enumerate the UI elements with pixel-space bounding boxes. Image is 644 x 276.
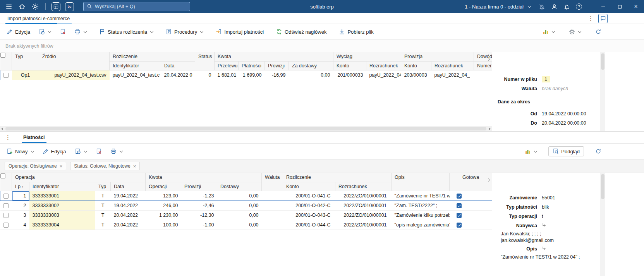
cell-dostawy[interactable]: 0,00 [217, 220, 262, 230]
col-numer[interactable]: Numer [474, 61, 492, 70]
cell-typ[interactable]: T [95, 201, 111, 210]
scrollbar-thumb[interactable] [5, 127, 486, 130]
row-checkbox[interactable] [3, 73, 9, 78]
col-lp[interactable]: Lp↑ [12, 182, 29, 191]
col-opis[interactable]: Opis [392, 173, 450, 191]
cell-status[interactable]: 0 [195, 70, 215, 80]
chart-view-button[interactable] [540, 27, 558, 37]
close-icon[interactable]: × [133, 164, 136, 169]
cell-numer[interactable] [474, 70, 492, 80]
cell-lp[interactable]: 3 [12, 210, 29, 220]
col-identyfikator[interactable]: Identyfikator [110, 61, 161, 70]
cell-typ[interactable]: T [95, 220, 111, 230]
col-typ[interactable]: Typ [95, 182, 111, 191]
cell-data[interactable]: 20.04.2022 [111, 210, 146, 220]
cell-data[interactable]: 20.04.2022 0 [161, 70, 195, 80]
col-platnosci[interactable]: Płatności [239, 61, 265, 70]
tab-import-platnosci[interactable]: Import płatności e-commerce [5, 13, 72, 24]
cell-operacji[interactable]: 246,00 [146, 201, 181, 210]
print-button[interactable] [108, 146, 125, 156]
row-checkbox[interactable] [3, 194, 9, 199]
filter-chip-status[interactable]: Status: Gotowe, Niegotowe × [70, 162, 140, 170]
col-prowizji[interactable]: Prowizji [265, 61, 289, 70]
cell-waluta[interactable] [262, 210, 283, 220]
col-dostawy[interactable]: Dostawy [217, 182, 262, 191]
cell-data[interactable]: 19.04.2022 [111, 191, 146, 201]
cell-prowizji[interactable]: -12,30 [181, 210, 217, 220]
row-checkbox[interactable] [3, 203, 9, 208]
cell-prowizja-konto[interactable]: 203/00003 [401, 70, 431, 80]
payment-row[interactable]: 4 3333333004 T 20.04.2022 100,00 -1,00 0… [0, 220, 492, 230]
edit-button[interactable]: Edycja [40, 146, 69, 156]
settings-button[interactable] [566, 27, 584, 37]
cell-prowizji[interactable]: -1,00 [181, 220, 217, 230]
cell-waluta[interactable] [262, 191, 283, 201]
cell-identyfikator[interactable]: 3333333004 [29, 220, 95, 230]
cell-konto[interactable]: 200/01-O-042-C [283, 201, 335, 210]
proc​edures-button[interactable]: Procedury [163, 27, 206, 37]
cell-za-dostawy[interactable]: 0,00 [289, 70, 333, 80]
cell-dostawy[interactable]: 0,00 [217, 210, 262, 220]
refresh-grid-button[interactable] [592, 146, 604, 156]
edit-button[interactable]: Edycja [4, 27, 33, 37]
cell-wyciag-konto[interactable]: 201/000033 [333, 70, 366, 80]
cell-typ[interactable]: Op1 [12, 70, 39, 80]
col-rozrachunek[interactable]: Rozrachunek [335, 182, 392, 191]
cell-identyfikator[interactable]: payU_2022_04_test.c [110, 70, 161, 80]
col-prowizja-konto[interactable]: Konto [401, 61, 431, 70]
cell-gotowa[interactable] [450, 220, 492, 230]
tab-platnosci[interactable]: Płatności [22, 132, 46, 143]
col-przelewu[interactable]: Przelewu [215, 61, 239, 70]
colgroup-kwota[interactable]: Kwota [146, 173, 262, 182]
cell-identyfikator[interactable]: 3333333002 [29, 201, 95, 210]
window-close-button[interactable]: ✕ [628, 0, 644, 13]
cell-dostawy[interactable]: 0,00 [217, 201, 262, 210]
gotowa-checkbox[interactable] [457, 194, 462, 199]
home-icon[interactable] [16, 1, 28, 12]
cell-identyfikator[interactable]: 3333333001 [29, 191, 95, 201]
cell-gotowa[interactable] [450, 210, 492, 220]
cell-dostawy[interactable]: 0,00 [217, 191, 262, 201]
cell-prowizji[interactable]: -16,99 [265, 70, 289, 80]
app-module-icon-1[interactable] [52, 2, 60, 11]
import-payments-button[interactable]: Importuj płatności [213, 27, 266, 37]
hamburger-menu-icon[interactable] [3, 1, 15, 12]
document-info-button[interactable] [36, 27, 54, 37]
col-data[interactable]: Data [111, 182, 146, 191]
cell-opis[interactable]: "Zam. TEST/2222" ; [392, 201, 450, 210]
user-profile-icon[interactable] [548, 1, 560, 12]
cell-prowizji[interactable]: -1,23 [181, 191, 217, 201]
cell-wyciag-rozrachunek[interactable]: payU_2022_04 [366, 70, 401, 80]
refresh-header-button[interactable]: Odśwież nagłówek [273, 27, 329, 37]
expand-arrow-icon[interactable] [542, 246, 546, 252]
scrollbar-thumb[interactable] [601, 53, 605, 70]
col-za-dostawy[interactable]: Za dostawy [289, 61, 333, 70]
cell-typ[interactable]: T [95, 210, 111, 220]
colgroup-kwota[interactable]: Kwota [215, 52, 333, 61]
cell-lp[interactable]: 2 [12, 201, 29, 210]
cell-opis[interactable]: "opis małego zamówienia" ; [392, 220, 450, 230]
bell-icon[interactable] [560, 1, 573, 12]
gotowa-checkbox[interactable] [457, 203, 462, 208]
gotowa-checkbox[interactable] [457, 223, 462, 228]
cell-konto[interactable]: 200/01-O-041-C [283, 191, 335, 201]
cell-platnosci[interactable]: 1 699,00 [239, 70, 265, 80]
help-icon[interactable]: ? [573, 1, 585, 12]
vertical-scrollbar[interactable] [600, 52, 605, 131]
download-file-button[interactable]: Pobierz plik [336, 27, 376, 37]
more-options-icon[interactable]: ⋮ [588, 15, 594, 21]
col-gotowa[interactable]: Gotowa [450, 173, 492, 191]
cell-opis[interactable]: "Zamówienie nr TEST/1 w 20 [392, 191, 450, 201]
col-data[interactable]: Data [161, 61, 195, 70]
cell-przelewu[interactable]: 1 682,01 [215, 70, 239, 80]
colgroup-operacja[interactable]: Operacja [12, 173, 146, 182]
col-status[interactable]: Status [195, 52, 215, 70]
drag-handle-icon[interactable]: ⋮ [5, 134, 11, 141]
horizontal-scrollbar[interactable] [0, 126, 492, 131]
window-minimize-button[interactable] [595, 0, 611, 13]
company-selector[interactable]: 1 - Nasza firma 0 - oddział [460, 4, 536, 10]
close-icon[interactable]: × [60, 164, 63, 169]
scroll-left-icon[interactable] [1, 127, 3, 130]
expand-arrow-icon[interactable] [542, 223, 546, 229]
colgroup-wyciag[interactable]: Wyciąg [333, 52, 401, 61]
